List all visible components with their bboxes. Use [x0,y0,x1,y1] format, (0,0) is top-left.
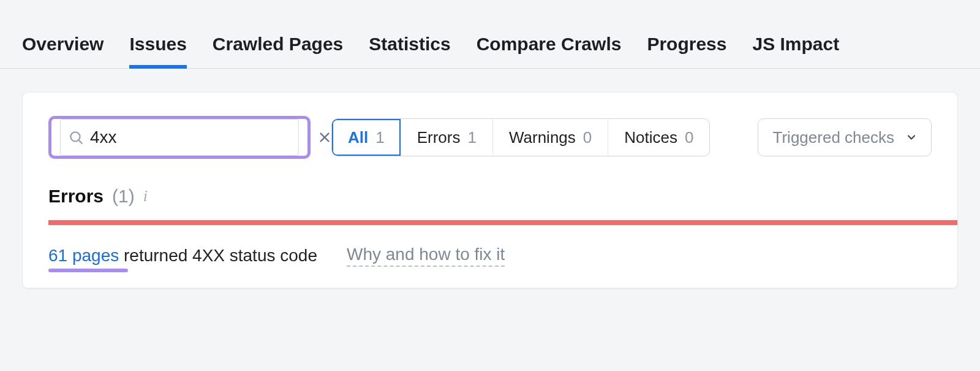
dropdown-label: Triggered checks [773,128,894,147]
tab-progress[interactable]: Progress [647,34,726,68]
info-icon[interactable]: i [143,187,148,205]
tab-crawled-pages[interactable]: Crawled Pages [213,34,343,68]
filter-label: Errors [417,128,461,147]
search-box [48,116,311,159]
section-title: Errors [48,186,104,207]
tab-issues[interactable]: Issues [129,34,186,68]
issue-rest-text: returned 4XX status code [119,246,317,265]
section-count: (1) [112,186,135,207]
filter-warnings[interactable]: Warnings 0 [493,119,608,156]
issues-card: All 1 Errors 1 Warnings 0 Notices 0 Trig… [22,92,958,289]
filter-notices[interactable]: Notices 0 [608,119,709,156]
filter-label: Notices [624,128,677,147]
error-divider [48,220,957,225]
issue-description: 61 pages returned 4XX status code [48,246,317,266]
issue-pages-link[interactable]: 61 pages [48,246,119,265]
tab-overview[interactable]: Overview [22,34,104,68]
filter-label: All [348,128,368,147]
svg-line-1 [79,140,82,143]
errors-section-header: Errors (1) i [23,180,957,220]
card-toolbar: All 1 Errors 1 Warnings 0 Notices 0 Trig… [23,93,957,180]
triggered-checks-dropdown[interactable]: Triggered checks [758,118,932,156]
close-icon [318,131,331,144]
chevron-down-icon [905,131,918,143]
filter-all[interactable]: All 1 [332,119,401,156]
tab-js-impact[interactable]: JS Impact [752,34,839,68]
why-and-how-link[interactable]: Why and how to fix it [347,245,505,267]
tab-compare-crawls[interactable]: Compare Crawls [477,34,622,68]
filter-count: 0 [685,128,693,147]
filter-count: 0 [583,128,592,147]
filter-count: 1 [467,128,476,147]
filter-segmented: All 1 Errors 1 Warnings 0 Notices 0 [331,118,710,156]
tab-statistics[interactable]: Statistics [369,34,450,68]
filter-errors[interactable]: Errors 1 [401,119,493,156]
search-icon [68,129,84,145]
top-tabs: Overview Issues Crawled Pages Statistics… [0,0,980,69]
search-input[interactable] [84,128,315,147]
issue-row: 61 pages returned 4XX status code Why an… [23,225,957,288]
filter-label: Warnings [509,128,576,147]
filter-count: 1 [375,128,384,147]
